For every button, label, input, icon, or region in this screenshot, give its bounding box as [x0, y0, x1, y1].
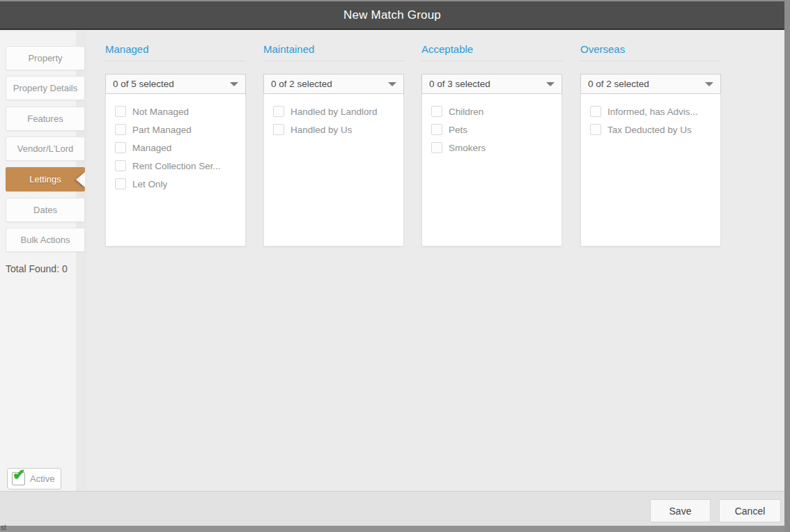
check-icon: ✔	[13, 467, 25, 483]
option-label: Rent Collection Ser...	[132, 161, 221, 171]
acceptable-multiselect-dropdown[interactable]: 0 of 3 selected	[421, 74, 562, 94]
column-title-rule	[263, 61, 404, 61]
clipped-background-text: st	[1, 524, 6, 531]
dialog-title: New Match Group	[343, 8, 441, 22]
column-title: Managed	[105, 43, 246, 55]
column-managed: Managed 0 of 5 selected Not Managed Part…	[105, 31, 246, 247]
checkbox[interactable]	[431, 106, 442, 117]
option-row[interactable]: Children	[422, 102, 561, 120]
sidebar-item-property[interactable]: Property	[6, 46, 85, 70]
active-checkbox-label: Active	[30, 474, 54, 484]
option-list: Children Pets Smokers	[421, 94, 562, 247]
background-window-right-edge	[784, 0, 790, 532]
option-label: Smokers	[449, 143, 486, 153]
checkbox[interactable]	[115, 124, 126, 135]
option-list: Informed, has Advis... Tax Deducted by U…	[580, 94, 721, 247]
active-checkbox[interactable]: ✔ Active	[7, 468, 61, 490]
checkbox[interactable]	[115, 160, 126, 171]
checkbox[interactable]	[273, 106, 284, 117]
option-label: Handled by Us	[291, 125, 353, 135]
column-title: Maintained	[263, 43, 404, 55]
option-label: Let Only	[132, 179, 167, 189]
checkbox[interactable]	[273, 124, 284, 135]
chevron-down-icon	[230, 82, 238, 86]
option-label: Informed, has Advis...	[607, 107, 698, 117]
option-row[interactable]: Managed	[106, 139, 245, 157]
active-checkbox-box[interactable]: ✔	[12, 472, 25, 485]
background-window-edge	[0, 526, 790, 532]
option-row[interactable]: Handled by Us	[264, 120, 403, 139]
sidebar-item-lettings[interactable]: Lettings	[6, 167, 85, 191]
option-row[interactable]: Handled by Landlord	[264, 102, 403, 120]
option-row[interactable]: Informed, has Advis...	[581, 102, 720, 120]
option-row[interactable]: Part Managed	[106, 120, 245, 139]
checkbox[interactable]	[115, 178, 126, 189]
sidebar-item-label: Bulk Actions	[21, 235, 70, 245]
dropdown-summary: 0 of 5 selected	[113, 79, 230, 89]
option-label: Tax Deducted by Us	[607, 125, 692, 135]
column-overseas: Overseas 0 of 2 selected Informed, has A…	[580, 31, 721, 247]
sidebar-item-property-details[interactable]: Property Details	[6, 76, 85, 100]
sidebar-item-label: Vendor/L'Lord	[17, 143, 74, 154]
column-title-rule	[105, 61, 246, 61]
option-label: Pets	[449, 125, 467, 135]
dropdown-summary: 0 of 3 selected	[429, 79, 546, 89]
option-label: Part Managed	[132, 125, 192, 135]
cancel-button[interactable]: Cancel	[719, 499, 781, 522]
total-found-label: Total Found: 0	[6, 263, 68, 274]
sidebar-item-label: Property Details	[13, 83, 77, 93]
checkbox[interactable]	[590, 106, 601, 117]
option-row[interactable]: Tax Deducted by Us	[581, 120, 720, 139]
chevron-down-icon	[705, 82, 713, 86]
option-row[interactable]: Rent Collection Ser...	[106, 157, 245, 175]
column-title-rule	[421, 61, 562, 61]
column-title-rule	[580, 61, 721, 61]
checkbox[interactable]	[431, 142, 442, 153]
option-label: Managed	[132, 143, 171, 153]
option-list: Handled by Landlord Handled by Us	[263, 94, 404, 247]
option-label: Not Managed	[132, 107, 189, 117]
sidebar-item-features[interactable]: Features	[6, 107, 85, 131]
checkbox[interactable]	[590, 124, 601, 135]
sidebar-band	[76, 31, 87, 491]
chevron-down-icon	[546, 82, 555, 86]
overseas-multiselect-dropdown[interactable]: 0 of 2 selected	[580, 74, 721, 94]
column-maintained: Maintained 0 of 2 selected Handled by La…	[263, 31, 404, 247]
option-row[interactable]: Let Only	[106, 175, 245, 193]
option-label: Children	[449, 107, 483, 117]
dropdown-summary: 0 of 2 selected	[271, 79, 388, 89]
sidebar-item-vendor-llord[interactable]: Vendor/L'Lord	[6, 136, 85, 161]
sidebar-item-label: Features	[27, 114, 63, 124]
dropdown-summary: 0 of 2 selected	[588, 79, 705, 89]
column-title: Acceptable	[421, 43, 562, 55]
sidebar: Property Property Details Features Vendo…	[0, 31, 87, 491]
sidebar-item-bulk-actions[interactable]: Bulk Actions	[6, 228, 85, 252]
dialog-titlebar: New Match Group	[0, 1, 784, 30]
sidebar-item-dates[interactable]: Dates	[6, 198, 85, 222]
option-row[interactable]: Smokers	[422, 139, 561, 157]
match-criteria-area: Managed 0 of 5 selected Not Managed Part…	[87, 31, 784, 491]
chevron-down-icon	[388, 82, 396, 86]
maintained-multiselect-dropdown[interactable]: 0 of 2 selected	[263, 74, 404, 94]
option-label: Handled by Landlord	[291, 107, 378, 117]
column-title: Overseas	[580, 43, 721, 55]
dialog-footer: Save Cancel	[0, 491, 784, 526]
new-match-group-dialog: New Match Group Property Property Detail…	[0, 0, 790, 532]
managed-multiselect-dropdown[interactable]: 0 of 5 selected	[105, 74, 246, 94]
checkbox[interactable]	[431, 124, 442, 135]
column-acceptable: Acceptable 0 of 3 selected Children Pets…	[421, 31, 562, 247]
option-row[interactable]: Pets	[422, 120, 561, 139]
sidebar-item-label: Dates	[33, 205, 57, 215]
option-list: Not Managed Part Managed Managed Rent Co…	[105, 94, 246, 247]
checkbox[interactable]	[115, 142, 126, 153]
active-tab-arrow-icon	[76, 172, 85, 187]
save-button[interactable]: Save	[650, 499, 711, 522]
checkbox[interactable]	[115, 106, 126, 117]
sidebar-item-label: Lettings	[29, 174, 61, 185]
sidebar-item-label: Property	[28, 53, 62, 63]
option-row[interactable]: Not Managed	[106, 102, 245, 120]
